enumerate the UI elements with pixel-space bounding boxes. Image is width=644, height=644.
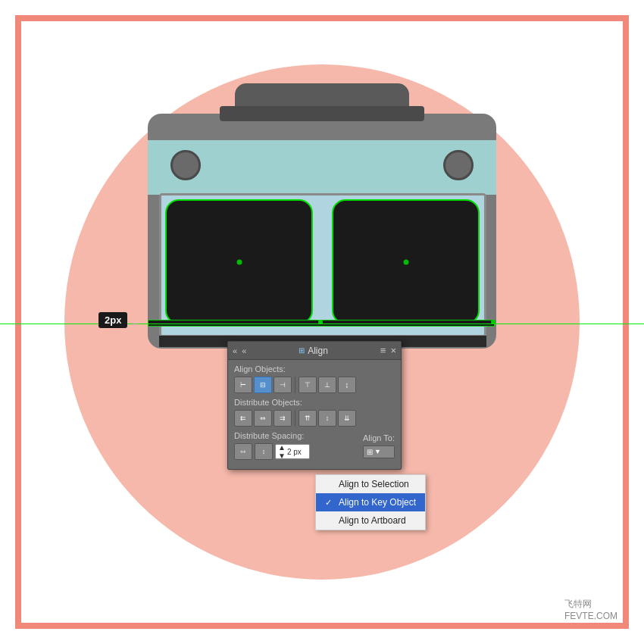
watermark-line2: FEVTE.COM — [564, 611, 617, 621]
watermark: 飞特网 FEVTE.COM — [564, 598, 617, 621]
spacing-input[interactable]: ▲▼ 2 px — [275, 444, 310, 459]
distribute-center-h-btn[interactable]: ⇔ — [254, 410, 272, 427]
camera-top-bar — [220, 106, 424, 121]
window-left — [165, 199, 313, 324]
align-panel-collapse-btn[interactable]: « « — [233, 346, 246, 355]
align-to-label: Align To: — [363, 433, 395, 442]
distribute-h-spacing-btn[interactable]: ⇿ — [234, 443, 252, 460]
align-top-edges-btn[interactable]: ⊤ — [299, 377, 317, 393]
align-to-dropdown-btn[interactable]: ⊞ ▼ — [363, 445, 395, 458]
dropdown-item-align-to-selection[interactable]: Align to Selection — [316, 475, 425, 493]
dropdown-item-label-key-object: Align to Key Object — [339, 497, 416, 508]
window-right-dot — [403, 259, 408, 264]
align-to-section: Align To: ⊞ ▼ — [363, 433, 395, 458]
align-horizontal-centers-btn[interactable]: ⊟ — [254, 377, 272, 393]
lens-right — [443, 150, 474, 180]
align-right-edges-btn[interactable]: ⊣ — [274, 377, 292, 393]
align-to-dropdown: Align to Selection ✓ Align to Key Object… — [315, 474, 426, 530]
align-to-chevron: ▼ — [374, 448, 381, 455]
lens-left — [170, 150, 201, 180]
spacing-value: 2 px — [287, 448, 302, 456]
align-panel-title-text: Align — [308, 345, 328, 356]
guideline-horizontal — [0, 324, 644, 324]
window-right — [332, 199, 480, 324]
distribute-top-btn[interactable]: ⇈ — [299, 410, 317, 427]
align-objects-buttons: ⊢ ⊟ ⊣ ⊤ ⊥ ↨ — [234, 377, 395, 393]
distribute-v-spacing-btn[interactable]: ↕ — [255, 443, 273, 460]
align-panel: « « ⊞ Align ≡ × Align Objects: ⊢ ⊟ ⊣ ⊤ ⊥… — [227, 341, 402, 470]
align-objects-label: Align Objects: — [234, 364, 395, 374]
distribute-bottom-btn[interactable]: ⇊ — [338, 410, 356, 427]
align-bottom-edges-btn[interactable]: ↨ — [338, 377, 356, 393]
arrow-indicator: ↔ — [130, 318, 139, 329]
dropdown-item-align-to-key-object[interactable]: ✓ Align to Key Object — [316, 493, 425, 511]
distribute-spacing-label: Distribute Spacing: — [234, 431, 354, 440]
distribute-spacing-row: Distribute Spacing: ⇿ ↕ ▲▼ 2 px Align To… — [234, 431, 395, 460]
align-panel-titlebar: « « ⊞ Align ≡ × — [228, 342, 401, 360]
dropdown-item-align-to-artboard[interactable]: Align to Artboard — [316, 511, 425, 530]
align-vertical-centers-btn[interactable]: ⊥ — [318, 377, 336, 393]
distribute-objects-buttons: ⇇ ⇔ ⇉ ⇈ ↕ ⇊ — [234, 410, 395, 427]
distribute-objects-label: Distribute Objects: — [234, 398, 395, 407]
distribute-right-btn[interactable]: ⇉ — [274, 410, 292, 427]
tooltip-2px: 2px — [98, 312, 127, 328]
check-key-object: ✓ — [325, 498, 334, 508]
distribute-spacing-section: Distribute Spacing: ⇿ ↕ ▲▼ 2 px — [234, 431, 354, 460]
align-panel-body: Align Objects: ⊢ ⊟ ⊣ ⊤ ⊥ ↨ Distribute Ob… — [228, 360, 401, 469]
check-selection — [325, 480, 334, 489]
align-icon: ⊞ — [299, 346, 305, 355]
distribute-center-v-btn[interactable]: ↕ — [318, 410, 336, 427]
align-panel-close-btn[interactable]: × — [390, 345, 396, 356]
dropdown-item-label-artboard: Align to Artboard — [339, 515, 406, 526]
align-to-icon: ⊞ — [367, 448, 373, 456]
align-left-edges-btn[interactable]: ⊢ — [234, 377, 252, 393]
align-panel-menu-btn[interactable]: ≡ — [380, 345, 386, 356]
window-left-dot — [236, 259, 242, 264]
watermark-line1: 飞特网 — [564, 598, 617, 611]
check-artboard — [325, 516, 334, 525]
distribute-left-btn[interactable]: ⇇ — [234, 410, 252, 427]
dropdown-item-label-selection: Align to Selection — [339, 479, 409, 489]
